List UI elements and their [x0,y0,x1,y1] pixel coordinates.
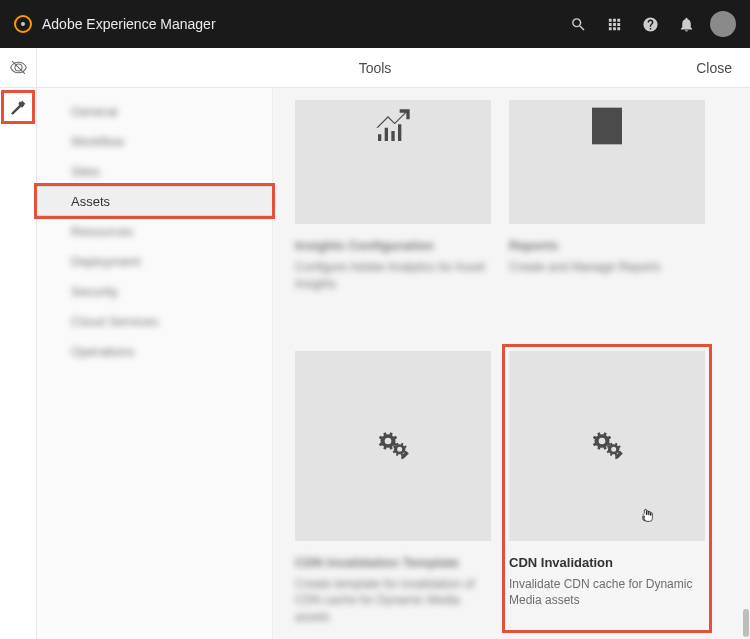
card-thumb [509,351,705,541]
chart-arrow-icon [373,106,413,146]
card-thumb [509,100,705,224]
scrollbar-thumb[interactable] [743,609,749,637]
nav-item-cloud-services[interactable]: Cloud Services [37,306,272,336]
nav-label: Resources [71,224,133,239]
nav-label: Sites [71,164,100,179]
nav-label: Workflow [71,134,124,149]
aem-logo[interactable] [14,15,32,33]
card-insights-configuration[interactable]: Insights Configuration Configure Adobe A… [295,100,491,293]
search-button[interactable] [560,6,596,42]
rail-toggle-top[interactable] [0,48,37,87]
card-title: CDN Invalidation [509,555,705,570]
gears-pencil-icon [587,426,627,466]
search-icon [570,16,587,33]
svg-point-0 [21,22,25,26]
close-button[interactable]: Close [678,60,750,76]
help-button[interactable] [632,6,668,42]
top-header: Adobe Experience Manager [0,0,750,48]
card-desc: Invalidate CDN cache for Dynamic Media a… [509,576,705,610]
card-title: CDN Invalidation Template [295,555,491,570]
gears-pencil-icon [373,426,413,466]
apps-grid-icon [606,16,623,33]
tools-hammer-button[interactable] [1,90,35,124]
nav-item-deployment[interactable]: Deployment [37,246,272,276]
tools-bar: Tools Close [0,48,750,88]
nav-label: Cloud Services [71,314,158,329]
body: General Workflow Sites Assets Resources … [0,88,750,639]
nav-item-resources[interactable]: Resources [37,216,272,246]
cursor-pointer-icon [639,506,655,526]
card-thumb [295,351,491,541]
report-icon [587,106,627,146]
page-title: Tools [359,60,392,76]
nav-item-general[interactable]: General [37,96,272,126]
nav-item-operations[interactable]: Operations [37,336,272,366]
card-desc: Create template for invalidation of CDN … [295,576,491,626]
hammer-icon [10,99,27,116]
nav-label: Security [71,284,118,299]
nav-column: General Workflow Sites Assets Resources … [37,88,273,639]
card-desc: Configure Adobe Analytics for Asset Insi… [295,259,491,293]
card-title: Insights Configuration [295,238,491,253]
help-icon [642,16,659,33]
preview-off-icon [10,59,27,76]
nav-item-security[interactable]: Security [37,276,272,306]
side-rail [0,88,37,639]
nav-label: Deployment [71,254,140,269]
card-desc: Create and Manage Reports [509,259,705,276]
card-cdn-invalidation[interactable]: CDN Invalidation Invalidate CDN cache fo… [509,351,705,626]
brand-title[interactable]: Adobe Experience Manager [42,16,216,32]
nav-item-workflow[interactable]: Workflow [37,126,272,156]
content-area: Insights Configuration Configure Adobe A… [273,88,750,639]
nav-item-assets[interactable]: Assets [37,186,272,216]
notifications-button[interactable] [668,6,704,42]
card-thumb [295,100,491,224]
user-avatar[interactable] [710,11,736,37]
nav-label: Assets [71,194,110,209]
bell-icon [678,16,695,33]
card-cdn-invalidation-template[interactable]: CDN Invalidation Template Create templat… [295,351,491,626]
nav-item-sites[interactable]: Sites [37,156,272,186]
nav-label: Operations [71,344,135,359]
card-title: Reports [509,238,705,253]
scrollbar[interactable] [742,48,750,639]
apps-button[interactable] [596,6,632,42]
aem-logo-icon [17,18,29,30]
nav-label: General [71,104,117,119]
card-reports[interactable]: Reports Create and Manage Reports [509,100,705,293]
